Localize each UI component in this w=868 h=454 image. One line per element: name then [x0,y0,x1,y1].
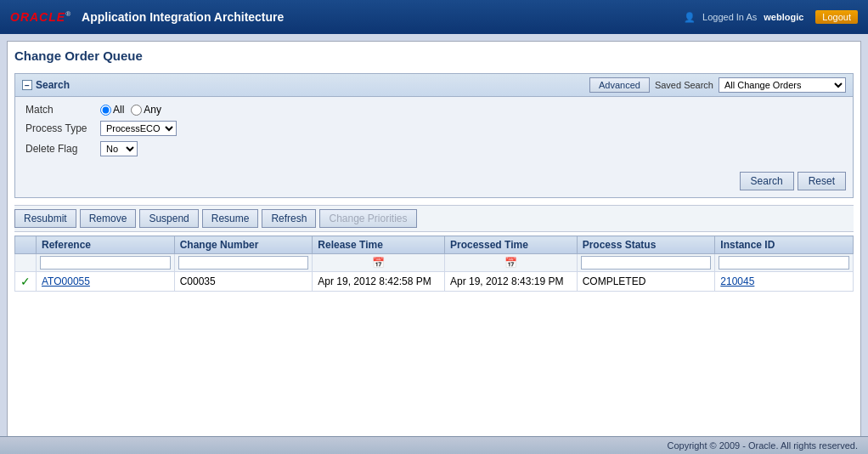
delete-flag-row: Delete Flag No Yes [25,141,843,156]
filter-reference-cell [37,254,175,272]
col-select [15,236,37,254]
filter-instance-id-input[interactable] [719,256,849,270]
table-row: ✓ ATO00055 C00035 Apr 19, 2012 8:42:58 P… [15,272,854,292]
suspend-button[interactable]: Suspend [139,209,198,228]
col-reference: Reference [37,236,175,254]
header-left: ORACLE® Application Integration Architec… [10,10,284,24]
filter-process-status-cell [577,254,715,272]
table-toolbar: Resubmit Remove Suspend Resume Refresh C… [14,205,854,232]
search-actions: Search Reset [15,168,853,197]
data-table: Reference Change Number Release Time Pro… [14,236,854,292]
row-change-number-cell: C00035 [174,272,313,292]
delete-flag-select[interactable]: No Yes [100,141,138,156]
copyright-text: Copyright © 2009 - Oracle. All rights re… [667,440,858,451]
footer: Copyright © 2009 - Oracle. All rights re… [0,436,868,454]
saved-search-select[interactable]: All Change Orders [719,77,846,93]
filter-select-cell [15,254,37,272]
match-all-label: All [100,104,124,116]
remove-button[interactable]: Remove [80,209,137,228]
match-all-radio[interactable] [100,105,111,116]
filter-release-time-cell: 📅 [313,254,445,272]
col-processed-time: Processed Time [444,236,577,254]
search-button[interactable]: Search [740,172,794,190]
filter-processed-time-cell: 📅 [444,254,577,272]
col-release-time: Release Time [313,236,445,254]
process-type-select[interactable]: ProcessECO [100,121,177,136]
process-type-row: Process Type ProcessECO [25,121,843,136]
filter-change-number-cell [174,254,313,272]
delete-flag-label: Delete Flag [25,143,93,155]
processed-time-filter-icon[interactable]: 📅 [504,257,517,269]
header-right: 👤 Logged In As weblogic Logout [684,10,858,24]
search-body: Match All Any Process Type [15,97,853,168]
reference-link[interactable]: ATO00055 [42,275,90,287]
resubmit-button[interactable]: Resubmit [14,209,76,228]
collapse-icon: − [22,80,32,90]
filter-change-number-input[interactable] [178,256,309,270]
col-process-status: Process Status [577,236,715,254]
resume-button[interactable]: Resume [202,209,259,228]
instance-id-link[interactable]: 210045 [720,275,754,287]
user-label: Logged In As [702,12,757,22]
table-header-row: Reference Change Number Release Time Pro… [15,236,854,254]
row-check-cell: ✓ [15,272,37,292]
release-time-filter-icon[interactable]: 📅 [372,257,385,269]
search-panel-header: − Search Advanced Saved Search All Chang… [15,74,853,97]
change-priorities-button[interactable]: Change Priorities [319,209,416,228]
match-any-label: Any [131,104,161,116]
col-change-number: Change Number [174,236,313,254]
row-processed-time-cell: Apr 19, 2012 8:43:19 PM [444,272,577,292]
saved-search-label: Saved Search [655,80,713,90]
row-status-icon: ✓ [20,275,31,288]
advanced-button[interactable]: Advanced [589,77,650,93]
match-label: Match [25,104,93,116]
search-panel: − Search Advanced Saved Search All Chang… [14,73,854,198]
search-panel-right: Advanced Saved Search All Change Orders [589,77,846,93]
search-toggle[interactable]: − Search [22,79,70,91]
logout-button[interactable]: Logout [815,10,858,24]
process-type-label: Process Type [25,122,93,134]
main-content: Change Order Queue − Search Advanced Sav… [7,41,861,449]
filter-reference-input[interactable] [40,256,171,270]
refresh-button[interactable]: Refresh [262,209,316,228]
page-title: Change Order Queue [14,48,854,66]
filter-instance-id-cell [715,254,854,272]
row-release-time-cell: Apr 19, 2012 8:42:58 PM [313,272,445,292]
reset-button[interactable]: Reset [798,172,846,190]
col-instance-id: Instance ID [715,236,854,254]
row-instance-id-cell: 210045 [715,272,854,292]
match-any-radio[interactable] [131,105,142,116]
filter-row: 📅 📅 [15,254,854,272]
app-header: ORACLE® Application Integration Architec… [0,0,868,34]
username: weblogic [764,12,803,22]
app-title: Application Integration Architecture [82,10,284,24]
match-row: Match All Any [25,104,843,116]
user-icon: 👤 [684,12,696,23]
oracle-logo: ORACLE® [10,10,71,24]
match-radio-group: All Any [100,104,161,116]
row-process-status-cell: COMPLETED [577,272,715,292]
filter-process-status-input[interactable] [581,256,712,270]
search-panel-label: Search [36,79,70,91]
row-reference-cell: ATO00055 [37,272,175,292]
